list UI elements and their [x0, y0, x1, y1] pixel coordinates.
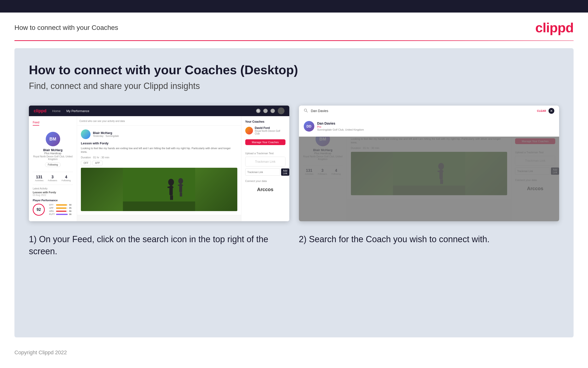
stat-followers-value: 3 — [48, 175, 57, 179]
profile-club-1: Royal North Devon Golf Club, United King… — [33, 155, 73, 160]
feed-coach-name-1: Blair McHarg — [93, 131, 119, 135]
svg-point-0 — [257, 110, 259, 111]
svg-point-9 — [178, 178, 183, 184]
bar-ott-track — [56, 204, 68, 206]
bar-ott-fill — [56, 204, 67, 206]
bar-putt: PUTT 96 — [49, 213, 71, 215]
profile-handicap-1: Plus Handicap — [33, 152, 73, 155]
trackman-input-1[interactable] — [245, 168, 280, 176]
bar-putt-fill — [56, 214, 68, 215]
nav-home-1[interactable]: Home — [52, 109, 61, 113]
connect-section-1: Connect your data Arccos — [245, 180, 285, 195]
screenshot-1: clippd Home My Performance — [29, 106, 289, 221]
bar-app: APP 85 — [49, 207, 71, 209]
feed-lesson-title-1: Lesson with Fordy — [81, 141, 237, 145]
user-icon[interactable] — [263, 109, 268, 113]
screenshots-row: clippd Home My Performance — [29, 106, 559, 221]
footer: Copyright Clippd 2022 — [0, 345, 588, 360]
result-avatar-1: DD — [304, 121, 314, 132]
caption-2: 2) Search for the Coach you wish to conn… — [299, 233, 559, 258]
performance-data: 92 OTT 90 — [33, 204, 73, 216]
bar-ott: OTT 90 — [49, 204, 71, 206]
bar-app-label: APP — [49, 207, 55, 209]
coach-avatar-1 — [245, 127, 253, 135]
nav-logo-1: clippd — [34, 109, 46, 113]
avatar-icon[interactable] — [278, 108, 284, 114]
bar-arg-track — [56, 211, 68, 212]
trackman-label-1: Upload a Trackman Test — [245, 152, 285, 155]
bar-app-track — [56, 208, 68, 209]
coaches-panel-1: Your Coaches David Ford Royal North Devo… — [241, 116, 289, 221]
result-name-1: Dan Davies — [317, 121, 364, 125]
score-circle-1: 92 — [33, 204, 45, 216]
stat-activities: 131 Activities — [35, 175, 44, 182]
trackman-add-btn-1[interactable]: Add Link — [281, 168, 289, 176]
svg-point-4 — [168, 179, 174, 185]
bar-putt-label: PUTT — [49, 213, 55, 215]
caption-row: 1) On your Feed, click on the search ico… — [29, 233, 559, 258]
score-bars-1: OTT 90 APP — [49, 204, 71, 216]
stat-following: 4 Following — [61, 175, 71, 182]
profile-avatar-1: BM — [46, 132, 60, 146]
search-clear-btn[interactable]: CLEAR — [537, 110, 546, 112]
trackman-section-1: Upload a Trackman Test Trackman Link Add… — [245, 152, 285, 176]
following-button-1[interactable]: Following — [45, 162, 61, 167]
latest-activity-section: Latest Activity Lesson with Fordy 03 Aug… — [33, 187, 73, 196]
app-nav-1: clippd Home My Performance — [29, 106, 289, 116]
stat-following-label: Following — [61, 179, 71, 182]
performance-section-1: Player Performance 92 OTT 90 — [33, 199, 73, 216]
feed-duration-value-1: 01 hr : 30 min — [93, 156, 109, 159]
search-result-1[interactable]: DD Dan Davies Pro Sunningdale Golf Club,… — [304, 119, 554, 134]
feed-avatar-1 — [81, 129, 90, 139]
bar-arg-fill — [56, 211, 66, 212]
feed-info-1: Blair McHarg Yesterday · Sunningdale — [93, 131, 119, 137]
nav-performance-1[interactable]: My Performance — [66, 109, 89, 113]
caption-1: 1) On your Feed, click on the search ico… — [29, 233, 289, 258]
svg-rect-8 — [172, 195, 173, 200]
svg-line-22 — [306, 111, 307, 112]
screenshot-2: clippd Home My Performance Feed — [299, 106, 559, 221]
activity-name-1: Lesson with Fordy — [33, 191, 73, 194]
bar-app-fill — [56, 208, 66, 209]
bar-arg-label: ARG — [49, 210, 55, 212]
svg-rect-12 — [180, 192, 181, 197]
feed-tab[interactable]: Feed — [33, 121, 39, 126]
feed-header-1: Blair McHarg Yesterday · Sunningdale — [81, 129, 237, 139]
copyright: Copyright Clippd 2022 — [14, 350, 67, 356]
result-initials-1: DD — [306, 124, 311, 128]
trackman-box-1: Trackman Link — [245, 157, 285, 166]
svg-line-1 — [258, 111, 259, 112]
feed-btn-off[interactable]: OFF — [81, 161, 91, 165]
performance-title-1: Player Performance — [33, 199, 73, 202]
page-title: How to connect with your Coaches — [14, 24, 118, 32]
manage-coaches-btn-1[interactable]: Manage Your Coaches — [245, 139, 285, 145]
stat-followers-label: Followers — [48, 179, 57, 182]
trackman-input-row-1: Add Link — [245, 168, 285, 176]
activity-date-1: 03 Aug 2022 — [33, 194, 73, 196]
result-role-1: Pro — [317, 125, 364, 128]
feed-btn-app[interactable]: APP — [92, 161, 103, 165]
stats-row-1: 131 Activities 3 Followers 4 Following — [33, 172, 73, 185]
search-close-btn[interactable]: ✕ — [549, 108, 554, 114]
connect-label-1: Connect your data — [245, 180, 285, 183]
top-bar — [0, 0, 588, 12]
settings-icon[interactable] — [271, 109, 275, 113]
stat-following-value: 4 — [61, 175, 71, 179]
header: How to connect with your Coaches clippd — [0, 12, 588, 40]
coach-name-1: David Ford — [255, 126, 285, 130]
coach-details-1: David Ford Royal North Devon Golf Club — [255, 126, 285, 135]
coach-club-1: Royal North Devon Golf Club — [255, 130, 285, 135]
profile-section-1: BM Blair McHarg Plus Handicap Royal Nort… — [33, 129, 73, 169]
bar-putt-value: 96 — [69, 213, 71, 215]
bar-ott-value: 90 — [69, 204, 71, 206]
feed-section-1: Blair McHarg Yesterday · Sunningdale Les… — [77, 126, 241, 215]
search-input-text[interactable]: Dan Davies — [311, 109, 535, 113]
control-text: Control who can see your activity and da… — [79, 120, 125, 122]
svg-rect-11 — [178, 184, 183, 186]
search-bar-overlay: Dan Davies CLEAR ✕ — [299, 106, 559, 116]
result-info-1: Dan Davies Pro Sunningdale Golf Club, Un… — [317, 121, 364, 131]
search-icon[interactable] — [256, 109, 260, 113]
main-subtitle: Find, connect and share your Clippd insi… — [29, 81, 559, 91]
bar-app-value: 85 — [69, 207, 71, 209]
app-main-1: Control who can see your activity and da… — [77, 116, 241, 221]
